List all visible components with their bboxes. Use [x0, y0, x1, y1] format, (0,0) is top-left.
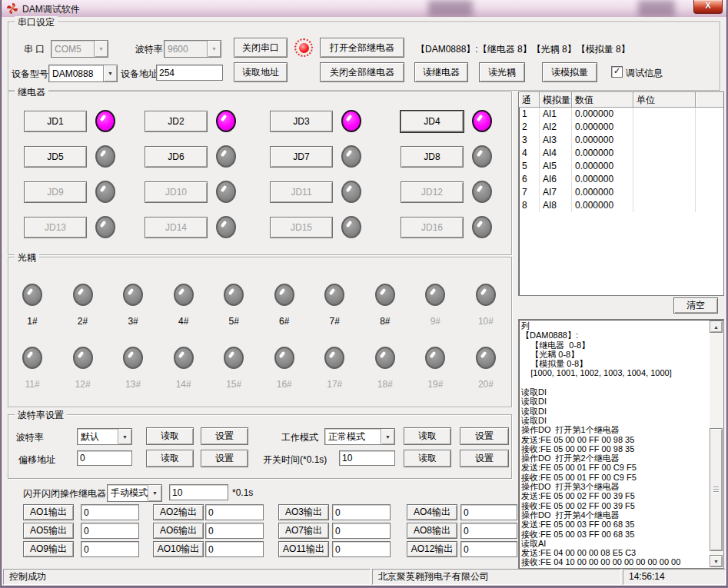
cell-analog: AI8	[540, 199, 572, 212]
scrollbar-thumb[interactable]	[710, 428, 723, 551]
relay-button-jd8[interactable]: JD8	[401, 146, 464, 168]
ao12-value-input[interactable]	[460, 541, 517, 557]
switch-time-input[interactable]	[339, 450, 395, 466]
ao8-value-input[interactable]	[460, 523, 517, 539]
close-serial-button[interactable]: 关闭串口	[234, 38, 288, 58]
relay-button-jd5[interactable]: JD5	[24, 146, 87, 168]
debug-info-checkbox[interactable]: ✓	[611, 66, 623, 78]
flash-time-input[interactable]	[169, 484, 228, 500]
device-model-select[interactable]: DAM0888 ▼	[48, 65, 118, 82]
ao1-output-button[interactable]: AO1输出	[23, 504, 74, 520]
table-row[interactable]: 5AI50.000000	[519, 160, 723, 173]
ao12-output-button[interactable]: AO12输出	[407, 541, 457, 557]
ao10-value-input[interactable]	[205, 541, 264, 557]
device-model-label: 设备型号	[12, 68, 48, 81]
opto-label: 13#	[125, 379, 141, 390]
baudrate-select[interactable]: 默认 ▼	[77, 428, 132, 445]
offset-address-input[interactable]	[77, 450, 132, 466]
baudrate-read-button[interactable]: 读取	[146, 427, 194, 445]
table-row[interactable]: 3AI30.000000	[519, 134, 723, 147]
opto-label: 10#	[478, 316, 494, 327]
ao3-value-input[interactable]	[332, 504, 391, 520]
workmode-select[interactable]: 正常模式 ▼	[324, 428, 395, 445]
ao3-output-button[interactable]: AO3输出	[278, 504, 329, 520]
relay-button-jd1[interactable]: JD1	[24, 111, 87, 132]
col-header-channel[interactable]: 通	[519, 92, 540, 108]
read-analog-button[interactable]: 读模拟量	[542, 62, 597, 82]
table-row[interactable]: 7AI70.000000	[519, 186, 723, 199]
ao7-output-button[interactable]: AO7输出	[278, 523, 329, 539]
ao9-output-button[interactable]: AO9输出	[23, 541, 74, 557]
relay-button-jd2[interactable]: JD2	[145, 111, 208, 132]
scrollbar-grip-icon	[713, 487, 719, 493]
ao11-value-input[interactable]	[332, 541, 391, 557]
table-row[interactable]: 2AI20.000000	[519, 121, 723, 134]
workmode-set-button[interactable]: 设置	[460, 427, 509, 445]
chevron-down-icon[interactable]: ▼	[148, 485, 161, 501]
close-all-relays-button[interactable]: 关闭全部继电器	[320, 62, 404, 82]
opto-cell: 15#	[221, 347, 247, 390]
relay-button-jd4[interactable]: JD4	[401, 111, 464, 132]
ao4-value-input[interactable]	[460, 504, 517, 520]
chevron-down-icon[interactable]: ▼	[381, 429, 394, 444]
col-header-value[interactable]: 数值	[572, 92, 633, 108]
cell-unit	[633, 134, 696, 147]
ao2-value-input[interactable]	[205, 504, 264, 520]
col-header-extra[interactable]	[696, 92, 723, 108]
opto-cell: 4#	[171, 284, 197, 327]
offset-read-button[interactable]: 读取	[146, 450, 194, 467]
ao8-output-button[interactable]: AO8输出	[407, 523, 457, 539]
ao6-value-input[interactable]	[205, 523, 264, 539]
switch-time-label: 开关时间(*0.1s)	[263, 453, 327, 467]
read-relays-button[interactable]: 读继电器	[414, 62, 468, 82]
clear-log-button[interactable]: 清空	[673, 297, 718, 314]
chevron-down-icon[interactable]: ▼	[118, 429, 131, 444]
log-panel[interactable]: 列 【DAM0888】: 【继电器 0-8】 【光耦 0-8】 【模拟量 0-8…	[518, 319, 724, 569]
table-row[interactable]: 4AI40.000000	[519, 147, 723, 160]
ao9-value-input[interactable]	[81, 541, 139, 557]
log-text: 列 【DAM0888】: 【继电器 0-8】 【光耦 0-8】 【模拟量 0-8…	[521, 321, 708, 566]
offset-set-button[interactable]: 设置	[201, 450, 248, 467]
read-opto-button[interactable]: 读光耦	[479, 62, 525, 82]
ao1-value-input[interactable]	[81, 504, 139, 520]
ao6-output-button[interactable]: AO6输出	[153, 523, 204, 539]
title-bar[interactable]: DAM调试软件 X	[2, 0, 726, 18]
scroll-up-icon[interactable]: ▲	[710, 321, 723, 333]
ao2-output-button[interactable]: AO2输出	[153, 504, 204, 520]
log-scrollbar[interactable]: ▲ ▼	[710, 321, 723, 567]
baudrate-set-button[interactable]: 设置	[201, 427, 248, 445]
workmode-read-button[interactable]: 读取	[404, 427, 451, 445]
ao10-output-button[interactable]: AO10输出	[153, 541, 204, 557]
chevron-down-icon: ▼	[207, 41, 221, 57]
ao4-output-button[interactable]: AO4输出	[407, 504, 457, 520]
ao7-value-input[interactable]	[332, 523, 391, 539]
flash-mode-select[interactable]: 手动模式 ▼	[107, 484, 162, 502]
ao5-value-input[interactable]	[81, 523, 139, 539]
switch-time-set-button[interactable]: 设置	[460, 450, 509, 467]
relay-button-jd7[interactable]: JD7	[270, 146, 333, 168]
chevron-down-icon: ▼	[94, 41, 108, 57]
chevron-down-icon[interactable]: ▼	[103, 65, 117, 81]
table-row[interactable]: 1AI10.000000	[519, 108, 723, 121]
serial-group-title: 串口设定	[15, 16, 58, 29]
col-header-unit[interactable]: 单位	[633, 92, 696, 108]
table-row[interactable]: 6AI60.000000	[519, 173, 723, 186]
relay-button-jd3[interactable]: JD3	[270, 111, 333, 132]
scroll-down-icon[interactable]: ▼	[710, 555, 723, 567]
ao11-output-button[interactable]: AO11输出	[278, 541, 329, 557]
read-address-button[interactable]: 读取地址	[234, 62, 288, 82]
col-header-analog[interactable]: 模拟量	[540, 92, 572, 108]
table-row[interactable]: 8AI80.000000	[519, 199, 723, 212]
relay-group: 继电器 JD1 JD2 JD3 JD4 JD5 JD6 JD7 JD8 JD9 …	[8, 91, 512, 255]
ao5-output-button[interactable]: AO5输出	[23, 523, 74, 539]
open-all-relays-button[interactable]: 打开全部继电器	[320, 38, 404, 58]
cell-analog: AI5	[540, 160, 572, 173]
close-button[interactable]: X	[693, 0, 723, 14]
opto-row-2: 11# 12# 13# 14# 15# 16# 17# 18# 19# 20#	[19, 347, 499, 390]
device-address-input[interactable]	[156, 65, 223, 81]
relay-group-title: 继电器	[15, 86, 48, 99]
switch-time-read-button[interactable]: 读取	[404, 450, 451, 467]
relay-button-jd6[interactable]: JD6	[145, 146, 208, 168]
opto-label: 12#	[75, 379, 91, 390]
relay-indicator-jd9	[95, 181, 115, 203]
